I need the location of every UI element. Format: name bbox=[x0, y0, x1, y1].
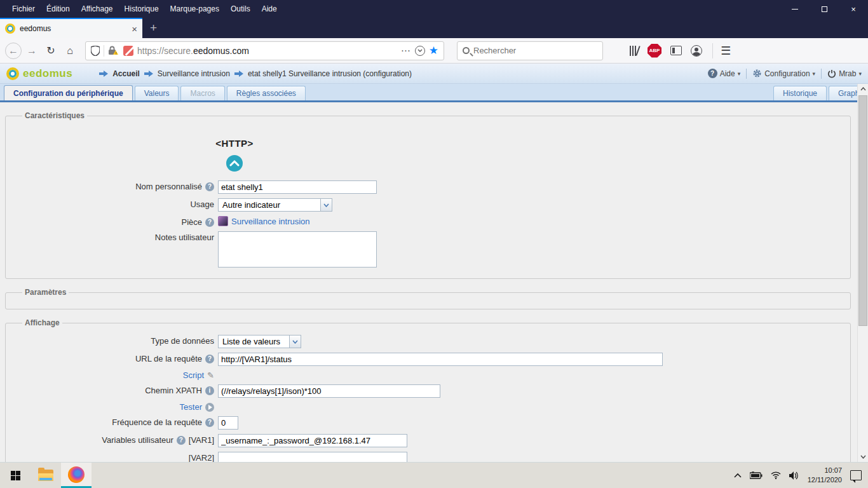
tab-close-icon[interactable]: × bbox=[132, 24, 137, 34]
var1-label: [VAR1] bbox=[189, 435, 214, 445]
field-piece: Pièce? Surveillance intrusion bbox=[12, 216, 844, 227]
search-input[interactable] bbox=[473, 46, 597, 55]
section-title: Affichage bbox=[22, 318, 62, 327]
configuration-label: Configuration bbox=[764, 69, 810, 78]
explorer-button[interactable] bbox=[31, 463, 61, 488]
page-content: Caractéristiques <HTTP> Nom personnalisé… bbox=[0, 102, 868, 462]
volume-icon[interactable] bbox=[789, 471, 799, 480]
xpath-input[interactable] bbox=[218, 384, 440, 398]
aide-icon: ? bbox=[708, 69, 717, 78]
toolbar-separator bbox=[712, 43, 713, 58]
sidebar-toggle-icon[interactable] bbox=[670, 46, 682, 55]
adblock-icon[interactable]: ABP bbox=[648, 44, 661, 58]
url-requete-input[interactable] bbox=[218, 353, 663, 366]
home-button[interactable]: ⌂ bbox=[61, 42, 79, 60]
eedomus-logo-text: eedomus bbox=[23, 67, 72, 80]
reload-button[interactable]: ↻ bbox=[42, 42, 60, 60]
tab-regles-associees[interactable]: Règles associées bbox=[227, 86, 306, 100]
tray-clock[interactable]: 10:07 12/11/2020 bbox=[808, 466, 842, 485]
notes-textarea[interactable] bbox=[218, 231, 377, 268]
account-icon[interactable] bbox=[691, 45, 702, 57]
page-actions-icon[interactable]: ⋯ bbox=[401, 45, 411, 57]
help-icon[interactable]: ? bbox=[205, 355, 214, 363]
nom-label: Nom personnalisé bbox=[135, 182, 202, 191]
page-scrollbar[interactable] bbox=[857, 84, 868, 462]
user-label: Mrab bbox=[839, 69, 856, 78]
var2-input[interactable] bbox=[218, 452, 407, 462]
help-icon[interactable]: ? bbox=[205, 418, 214, 427]
usage-select[interactable]: Autre indicateur bbox=[218, 198, 332, 212]
battery-icon[interactable] bbox=[750, 471, 763, 479]
room-link[interactable]: Surveillance intrusion bbox=[231, 217, 310, 226]
field-nom-personnalise: Nom personnalisé? bbox=[12, 180, 844, 194]
urlbar-separator bbox=[104, 45, 104, 57]
help-icon[interactable]: ? bbox=[205, 218, 214, 227]
help-icon[interactable]: ? bbox=[177, 436, 186, 445]
type-donnees-select[interactable]: Liste de valeurs bbox=[218, 335, 301, 348]
scrollbar-thumb[interactable] bbox=[858, 95, 867, 326]
menu-historique[interactable]: Historique bbox=[119, 2, 165, 16]
menu-edition[interactable]: Édition bbox=[41, 2, 76, 16]
device-type-block: <HTTP> bbox=[12, 123, 457, 172]
script-link[interactable]: Script bbox=[183, 370, 204, 380]
url-scheme: https://secure. bbox=[137, 46, 193, 56]
field-chemin-xpath: Chemin XPATHi bbox=[12, 384, 844, 398]
tab-historique[interactable]: Historique bbox=[773, 86, 827, 100]
breadcrumb-accueil[interactable]: Accueil bbox=[112, 69, 140, 78]
tab-valeurs[interactable]: Valeurs bbox=[135, 86, 179, 100]
xpath-label: Chemin XPATH bbox=[145, 386, 202, 395]
close-button[interactable]: × bbox=[839, 0, 868, 18]
library-icon[interactable] bbox=[630, 46, 639, 56]
url-text[interactable]: https://secure.eedomus.com bbox=[137, 46, 397, 56]
var1-input[interactable] bbox=[218, 434, 407, 447]
help-icon[interactable]: ? bbox=[205, 182, 214, 191]
forward-button[interactable]: → bbox=[23, 42, 41, 60]
back-button[interactable]: ← bbox=[5, 43, 22, 59]
new-tab-button[interactable]: + bbox=[142, 21, 166, 38]
pocket-icon[interactable] bbox=[415, 46, 425, 56]
user-menu[interactable]: Mrab ▾ bbox=[827, 69, 862, 78]
tray-date: 12/11/2020 bbox=[808, 475, 842, 485]
nom-input[interactable] bbox=[218, 180, 377, 194]
hamburger-menu-icon[interactable]: ☰ bbox=[721, 44, 731, 58]
configuration-menu[interactable]: Configuration ▾ bbox=[752, 69, 815, 78]
breadcrumb-room[interactable]: Surveillance intrusion bbox=[158, 69, 230, 78]
menu-marque-pages[interactable]: Marque-pages bbox=[165, 2, 225, 16]
tray-chevron-icon[interactable] bbox=[734, 473, 742, 478]
dropdown-arrow-icon[interactable] bbox=[289, 336, 301, 348]
frequence-input[interactable] bbox=[218, 416, 238, 430]
scroll-down-icon[interactable] bbox=[858, 452, 868, 462]
start-button[interactable] bbox=[0, 463, 31, 488]
flash-blocked-icon[interactable] bbox=[123, 46, 133, 56]
firefox-button[interactable] bbox=[61, 463, 92, 488]
minimize-button[interactable] bbox=[780, 0, 810, 18]
tab-configuration-peripherique[interactable]: Configuration du périphérique bbox=[4, 85, 133, 100]
insecure-lock-icon[interactable]: ! bbox=[108, 46, 119, 56]
info-icon[interactable]: i bbox=[205, 386, 214, 395]
tester-link[interactable]: Tester bbox=[180, 402, 202, 412]
menu-outils[interactable]: Outils bbox=[225, 2, 256, 16]
browser-tab-eedomus[interactable]: eedomus × bbox=[0, 18, 142, 38]
action-center-icon[interactable] bbox=[850, 470, 862, 480]
aide-menu[interactable]: ? Aide ▾ bbox=[708, 69, 741, 78]
restore-button[interactable] bbox=[810, 0, 839, 18]
url-bar[interactable]: ! https://secure.eedomus.com ⋯ ★ bbox=[85, 41, 444, 60]
wifi-icon[interactable] bbox=[771, 471, 781, 479]
tab-graphe[interactable]: Graphe bbox=[829, 86, 857, 100]
menu-separator bbox=[821, 69, 822, 79]
menu-aide[interactable]: Aide bbox=[256, 2, 283, 16]
menu-affichage[interactable]: Affichage bbox=[76, 2, 119, 16]
play-icon[interactable] bbox=[205, 403, 214, 412]
dropdown-arrow-icon[interactable] bbox=[320, 199, 332, 211]
pencil-icon[interactable]: ✎ bbox=[207, 370, 214, 380]
eedomus-favicon bbox=[5, 24, 15, 34]
menu-fichier[interactable]: Fichier bbox=[6, 2, 41, 16]
breadcrumb-arrow-icon bbox=[144, 71, 153, 77]
menu-separator bbox=[746, 69, 747, 79]
tracking-shield-icon[interactable] bbox=[91, 46, 100, 56]
collapse-chevron-icon[interactable] bbox=[226, 155, 243, 172]
bookmark-star-icon[interactable]: ★ bbox=[429, 44, 438, 57]
svg-text:!: ! bbox=[116, 51, 117, 55]
scroll-up-icon[interactable] bbox=[858, 84, 868, 94]
eedomus-logo[interactable]: eedomus bbox=[6, 67, 72, 80]
